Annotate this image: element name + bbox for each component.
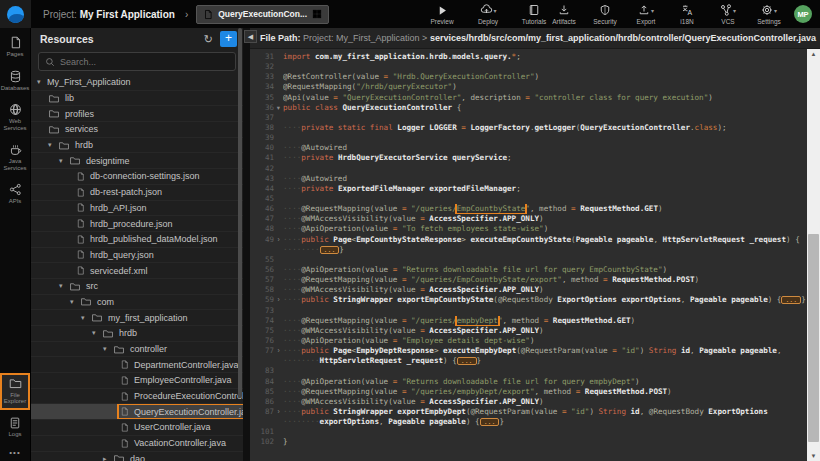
tree-folder-controller[interactable]: ▾controller [31, 342, 243, 358]
i18n-button[interactable]: Ai18N [672, 4, 702, 25]
tree-folder-hrdb[interactable]: ▾hrdb [31, 326, 243, 342]
scrollbar-thumb[interactable] [808, 234, 819, 442]
chevron-down-icon[interactable]: ▾ [92, 329, 102, 337]
fold-marker-icon[interactable]: › [274, 235, 283, 245]
sidebar-item-java-services[interactable]: JavaServices [0, 139, 30, 176]
code-line-32[interactable]: 32 [250, 62, 807, 72]
chevron-down-icon[interactable]: ▾ [48, 141, 58, 149]
code-line-76[interactable]: 76····@ApiOperation(value = "Employee de… [250, 336, 807, 346]
code-line-40[interactable]: 40····@Autowired [250, 143, 807, 153]
code-line-59[interactable]: 59›····public StringWrapper exportEmpCou… [250, 295, 807, 305]
sidebar-item-logs[interactable]: Logs [0, 413, 30, 443]
tree-file-hrdb_published_dataModel.json[interactable]: hrdb_published_dataModel.json [31, 232, 243, 248]
code-line-73[interactable]: 73 [250, 306, 807, 316]
code-line-42[interactable]: 42 [250, 164, 807, 174]
code-line-87[interactable]: 87›····public StringWrapper exportEmpbyD… [250, 407, 807, 417]
tree-file-hrdb_procedure.json[interactable]: hrdb_procedure.json [31, 216, 243, 232]
code-line-wrap[interactable]: ········exportOptions, Pageable pageable… [250, 417, 807, 427]
chevron-down-icon[interactable]: ▾ [81, 314, 91, 322]
sidebar-item-pages[interactable]: Pages [0, 32, 30, 63]
tree-folder-my_first_application[interactable]: ▾my_first_application [31, 310, 243, 326]
chevron-down-icon[interactable]: ▾ [733, 7, 736, 14]
project-breadcrumb[interactable]: Project: My First Application [43, 9, 175, 20]
chevron-down-icon[interactable]: ▾ [37, 78, 47, 86]
code-line-83[interactable]: 83 [250, 366, 807, 376]
tree-file-DepartmentController.java[interactable]: DepartmentController.java [31, 357, 243, 373]
code-line-39[interactable]: 39 [250, 133, 807, 143]
code-line-101[interactable]: 101 [250, 427, 807, 437]
tree-file-db-connection-settings.json[interactable]: db-connection-settings.json [31, 169, 243, 185]
fold-marker-icon[interactable]: › [274, 346, 283, 356]
code-line-102[interactable]: 102} [250, 437, 807, 447]
code-line-45[interactable]: 45 [250, 194, 807, 204]
security-button[interactable]: Security [590, 4, 620, 25]
tree-file-servicedef.xml[interactable]: servicedef.xml [31, 263, 243, 279]
chevron-down-icon[interactable]: ▾ [59, 157, 69, 165]
resources-search-input[interactable]: Search... [38, 52, 236, 71]
code-line-37[interactable]: 37 [250, 113, 807, 123]
user-avatar[interactable]: MP [794, 5, 812, 23]
tree-file-hrdb_API.json[interactable]: hrdb_API.json [31, 201, 243, 217]
code-line-74[interactable]: 74····@RequestMapping(value = "/queries/… [250, 316, 807, 326]
panel-divider[interactable] [243, 28, 250, 461]
code-line-86[interactable]: 86····@WMAccessVisibility(value = Access… [250, 397, 807, 407]
tree-file-db-rest-patch.json[interactable]: db-rest-patch.json [31, 185, 243, 201]
tree-file-ProcedureExecutionController.java[interactable]: ProcedureExecutionController.java [31, 389, 243, 405]
tree-file-VacationController.java[interactable]: VacationController.java [31, 436, 243, 452]
code-line-48[interactable]: 48····@ApiOperation(value = "To fetch em… [250, 224, 807, 234]
preview-button[interactable]: Preview [427, 4, 457, 25]
tree-folder-hrdb[interactable]: ▾hrdb [31, 138, 243, 154]
code-line-75[interactable]: 75····@WMAccessVisibility(value = Access… [250, 326, 807, 336]
code-line-85[interactable]: 85····@RequestMapping(value = "/queries/… [250, 387, 807, 397]
settings-button[interactable]: ▾Settings [754, 4, 784, 25]
tree-file-UserController.java[interactable]: UserController.java [31, 420, 243, 436]
fold-placeholder[interactable]: ... [781, 296, 801, 304]
refresh-icon[interactable]: ↻ [204, 33, 213, 46]
tree-folder-com[interactable]: ▾com [31, 295, 243, 311]
tree-folder-My_First_Application[interactable]: ▾My_First_Application [31, 75, 243, 91]
sidebar-item-file-explorer[interactable]: FileExplorer [0, 373, 30, 410]
code-line-44[interactable]: 44····private ExportedFileManager export… [250, 184, 807, 194]
tree-folder-designtime[interactable]: ▾designtime [31, 153, 243, 169]
editor-scrollbar[interactable]: ▲ ▼ [807, 49, 820, 461]
export-button[interactable]: ▾Export [631, 4, 661, 25]
code-line-31[interactable]: 31import com.my_first_application.hrdb.m… [250, 52, 807, 62]
code-line-34[interactable]: 34@RequestMapping("/hrdb/queryExecutor") [250, 82, 807, 92]
code-line-57[interactable]: 57····@RequestMapping(value = "/queries/… [250, 275, 807, 285]
chevron-down-icon[interactable]: ▾ [59, 282, 69, 290]
chevron-down-icon[interactable]: ▾ [494, 7, 497, 14]
code-line-wrap[interactable]: ········...} [250, 245, 807, 255]
code-line-84[interactable]: 84····@ApiOperation(value = "Returns dow… [250, 377, 807, 387]
tree-file-hrdb_query.json[interactable]: hrdb_query.json [31, 248, 243, 264]
grid-icon[interactable] [312, 9, 322, 19]
code-line-35[interactable]: 35@Api(value = "QueryExecutionController… [250, 93, 807, 103]
code-line-56[interactable]: 56····@ApiOperation(value = "Returns dow… [250, 265, 807, 275]
code-line-47[interactable]: 47····@WMAccessVisibility(value = Access… [250, 214, 807, 224]
code-line-33[interactable]: 33@RestController(value = "Hrdb.QueryExe… [250, 72, 807, 82]
tree-folder-lib[interactable]: lib [31, 91, 243, 107]
tree-file-EmployeeController.java[interactable]: EmployeeController.java [31, 373, 243, 389]
sidebar-item-databases[interactable]: Databases [0, 66, 30, 97]
code-line-36[interactable]: 36▾public class QueryExecutionController… [250, 103, 807, 113]
fold-marker-icon[interactable]: › [274, 407, 283, 417]
tree-scrollbar[interactable] [238, 28, 242, 398]
code-line-38[interactable]: 38····private static final Logger LOGGER… [250, 123, 807, 133]
code-line-wrap[interactable]: ········HttpServletRequest _request) {..… [250, 356, 807, 366]
chevron-down-icon[interactable]: ▾ [651, 7, 654, 14]
chevron-down-icon[interactable]: ▾ [70, 298, 80, 306]
code-line-43[interactable]: 43····@Autowired [250, 174, 807, 184]
tree-folder-src[interactable]: ▾src [31, 279, 243, 295]
scroll-down-icon[interactable]: ▼ [807, 451, 820, 461]
tree-file-QueryExecutionController.java[interactable]: QueryExecutionController.java [31, 404, 243, 420]
collapse-panel-icon[interactable]: ◀ [244, 30, 257, 43]
chevron-down-icon[interactable]: ▾ [774, 7, 777, 14]
fold-placeholder[interactable]: ... [480, 418, 500, 426]
tree-folder-dao[interactable]: ▸dao [31, 452, 243, 461]
app-logo[interactable] [0, 0, 31, 28]
artifacts-button[interactable]: Artifacts [549, 4, 579, 25]
fold-placeholder[interactable]: ... [320, 246, 340, 254]
add-resource-button[interactable]: + [220, 31, 237, 47]
code-line-58[interactable]: 58····@WMAccessVisibility(value = Access… [250, 285, 807, 295]
more-options-icon[interactable]: ••• [9, 442, 20, 461]
code-line-46[interactable]: 46····@RequestMapping(value = "/queries/… [250, 204, 807, 214]
